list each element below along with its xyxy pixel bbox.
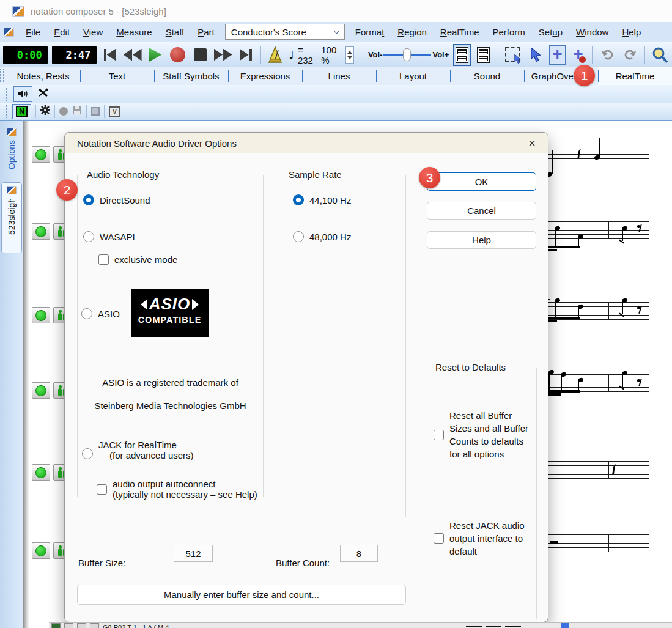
menu-part[interactable]: Part	[191, 27, 221, 37]
track-enable-button[interactable]	[32, 146, 50, 163]
green-led-icon	[35, 545, 46, 556]
sample-rate-group: Sample Rate	[279, 175, 406, 517]
page-view-icon	[456, 47, 468, 63]
menu-help[interactable]: Help	[615, 27, 648, 37]
radio-wasapi[interactable]: WASAPI	[83, 231, 135, 242]
menu-region[interactable]: Region	[391, 27, 434, 37]
settings-button[interactable]	[40, 105, 50, 117]
notation-mode-button[interactable]: N	[12, 104, 31, 119]
record-button[interactable]	[169, 45, 187, 65]
volume-slider: Vol- Vol+	[368, 50, 449, 59]
cancel-button[interactable]: Cancel	[427, 202, 536, 220]
checkbox-reset-jack[interactable]: Reset JACK audio output interface to def…	[434, 519, 533, 558]
strip-button[interactable]	[64, 623, 73, 628]
fast-forward-button[interactable]	[214, 45, 232, 65]
buffer-size-label: Buffer Size:	[78, 558, 125, 568]
undo-button[interactable]	[598, 45, 616, 65]
tools-button[interactable]	[38, 88, 48, 100]
stop-button[interactable]	[191, 45, 210, 65]
tab-expressions[interactable]: Expressions	[228, 67, 302, 85]
track-enable-button[interactable]	[32, 223, 50, 240]
play-button[interactable]	[146, 45, 164, 65]
green-led-icon	[35, 226, 46, 237]
verify-checkbox-icon[interactable]: V	[109, 106, 120, 117]
checkbox-reset-buffers[interactable]: Reset all Buffer Sizes and all Buffer Co…	[434, 409, 533, 460]
zoom-value: 100 %	[321, 45, 344, 65]
menu-staff[interactable]: Staff	[159, 27, 191, 37]
select-region-button[interactable]	[504, 45, 522, 65]
menu-bar: File Edit View Measure Staff Part Conduc…	[0, 22, 672, 42]
part-selector-dropdown[interactable]: Conductor's Score	[225, 24, 345, 40]
menu-file[interactable]: File	[19, 27, 47, 37]
grid-icon[interactable]	[91, 107, 100, 116]
tab-text[interactable]: Text	[80, 67, 154, 85]
sidebar-tab-options[interactable]: Options	[1, 125, 22, 180]
sidebar-tab-523sleigh[interactable]: 523sleigh	[1, 182, 22, 253]
checkbox-audio-autoconnect[interactable]: audio output autoconnect (typically not …	[97, 479, 257, 500]
toolbar-drag-handle[interactable]	[5, 105, 8, 118]
add-note-record-button[interactable]: +	[570, 45, 586, 65]
record-disabled-icon[interactable]	[59, 107, 68, 116]
redo-button[interactable]	[621, 45, 639, 65]
radio-48000hz[interactable]: 48,000 Hz	[293, 231, 351, 242]
radio-jack[interactable]: JACK for RealTime (for advanced users)	[82, 443, 194, 464]
metronome-button[interactable]	[266, 45, 284, 65]
close-icon[interactable]: ×	[528, 137, 536, 149]
tab-layout[interactable]: Layout	[376, 67, 450, 85]
window-view-button[interactable]	[475, 44, 492, 66]
tab-sound[interactable]: Sound	[450, 67, 524, 85]
volume-track[interactable]	[383, 54, 431, 56]
radio-asio[interactable]: ASIO	[81, 308, 120, 319]
page-view-button[interactable]	[453, 44, 470, 66]
checkbox-exclusive-mode[interactable]: exclusive mode	[98, 254, 177, 265]
radio-directsound[interactable]: DirectSound	[83, 194, 150, 205]
save-button[interactable]	[72, 105, 82, 117]
tab-staff-symbols[interactable]: Staff Symbols	[154, 67, 228, 85]
track-enable-button[interactable]	[32, 464, 50, 481]
menu-edit[interactable]: Edit	[47, 27, 76, 37]
window-title: notation composer 5 - [523sleigh]	[31, 6, 166, 17]
skip-to-start-button[interactable]	[101, 45, 119, 65]
volume-thumb[interactable]	[403, 48, 411, 61]
menu-setup[interactable]: Setup	[532, 27, 569, 37]
toolbar-drag-handle[interactable]	[0, 69, 6, 83]
menu-format[interactable]: Format	[349, 27, 391, 37]
ok-button[interactable]: OK	[427, 172, 536, 191]
menu-view[interactable]: View	[76, 27, 109, 37]
add-note-button[interactable]: +	[549, 45, 566, 65]
track-enable-button[interactable]	[32, 382, 50, 399]
tab-lines[interactable]: Lines	[302, 67, 376, 85]
strip-blue-icon[interactable]	[561, 623, 569, 628]
person-icon	[58, 470, 62, 478]
help-button[interactable]: Help	[427, 231, 536, 249]
skip-to-end-button[interactable]	[237, 45, 255, 65]
zoom-tool-button[interactable]	[651, 45, 669, 65]
track-enable-button[interactable]	[32, 307, 50, 323]
toolbar-drag-handle[interactable]	[5, 87, 8, 101]
speaker-button[interactable]	[13, 86, 32, 102]
track-enable-button[interactable]	[32, 542, 50, 559]
dialog-title: Notation Software Audio Driver Options	[77, 138, 237, 149]
strip-staff-icon	[505, 624, 521, 628]
buffer-count-field[interactable]: 8	[340, 545, 378, 562]
strip-button[interactable]	[51, 623, 61, 628]
tab-notes-rests[interactable]: Notes, Rests	[6, 67, 80, 85]
window-view-icon	[477, 47, 490, 63]
zoom-spinner[interactable]	[345, 46, 354, 64]
realtime-toolbar	[0, 85, 672, 103]
transport-toolbar: 0:00 2:47 ♩ = 232 100 % Vol- Vo	[0, 42, 672, 67]
menu-measure[interactable]: Measure	[109, 27, 158, 37]
green-led-icon	[35, 385, 46, 396]
menu-window[interactable]: Window	[569, 27, 615, 37]
radio-44100hz[interactable]: 44,100 Hz	[293, 194, 351, 205]
rewind-button[interactable]	[124, 45, 142, 65]
chevron-down-icon	[333, 28, 339, 34]
strip-button[interactable]	[77, 623, 86, 628]
manual-buffer-button[interactable]: Manually enter buffer size and count...	[77, 585, 406, 605]
buffer-size-field[interactable]: 512	[174, 545, 213, 562]
menu-perform[interactable]: Perform	[486, 27, 532, 37]
arrow-tool-button[interactable]	[526, 45, 545, 65]
tab-realtime[interactable]: RealTime	[598, 67, 672, 85]
strip-button[interactable]	[90, 623, 99, 628]
menu-realtime[interactable]: RealTime	[434, 27, 486, 37]
